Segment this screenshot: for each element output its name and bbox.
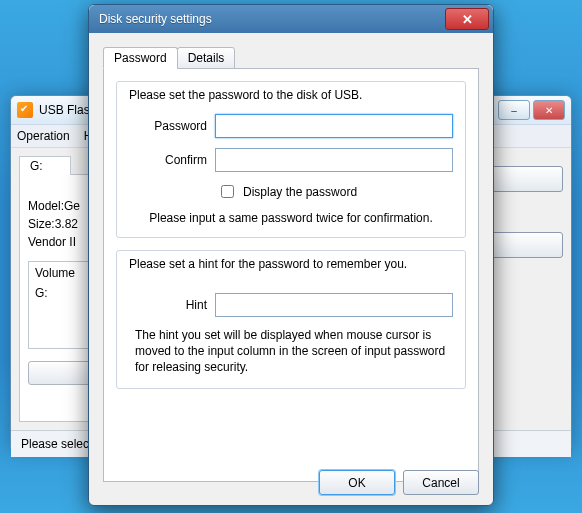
tab-details[interactable]: Details (177, 47, 236, 69)
tab-strip: Password Details (103, 47, 479, 69)
close-button[interactable]: ✕ (533, 100, 565, 120)
usb-security-icon (17, 102, 33, 118)
minimize-button[interactable]: – (498, 100, 530, 120)
hint-group-heading: Please set a hint for the password to re… (129, 257, 453, 271)
password-input[interactable] (215, 114, 453, 138)
password-note: Please input a same password twice for c… (129, 211, 453, 225)
menu-operation[interactable]: Operation (17, 129, 70, 143)
display-password-label: Display the password (243, 185, 357, 199)
hint-group: Please set a hint for the password to re… (116, 250, 466, 389)
password-group: Please set the password to the disk of U… (116, 81, 466, 238)
password-group-heading: Please set the password to the disk of U… (129, 88, 453, 102)
disk-security-dialog: Disk security settings ✕ Password Detail… (88, 4, 494, 506)
cancel-button[interactable]: Cancel (403, 470, 479, 495)
ok-button[interactable]: OK (319, 470, 395, 495)
hint-input[interactable] (215, 293, 453, 317)
confirm-label: Confirm (129, 153, 215, 167)
dialog-footer: OK Cancel (319, 470, 479, 495)
dialog-title: Disk security settings (99, 12, 445, 26)
dialog-titlebar: Disk security settings ✕ (89, 5, 493, 33)
tab-password[interactable]: Password (103, 47, 178, 69)
window-controls: – ✕ (498, 100, 565, 120)
dialog-close-button[interactable]: ✕ (445, 8, 489, 30)
password-label: Password (129, 119, 215, 133)
display-password-checkbox[interactable] (221, 185, 234, 198)
confirm-input[interactable] (215, 148, 453, 172)
drive-tab[interactable]: G: (19, 156, 71, 175)
hint-note: The hint you set will be displayed when … (135, 327, 453, 376)
hint-label: Hint (129, 298, 215, 312)
tab-content: Please set the password to the disk of U… (103, 68, 479, 482)
